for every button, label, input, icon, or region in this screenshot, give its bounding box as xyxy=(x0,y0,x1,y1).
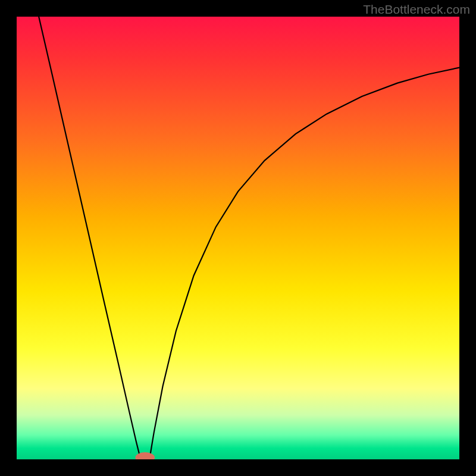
gradient-background xyxy=(17,17,459,459)
watermark-text: TheBottleneck.com xyxy=(363,2,470,17)
chart-svg xyxy=(17,17,459,459)
chart-frame: TheBottleneck.com xyxy=(0,0,476,476)
plot-area xyxy=(17,17,459,459)
